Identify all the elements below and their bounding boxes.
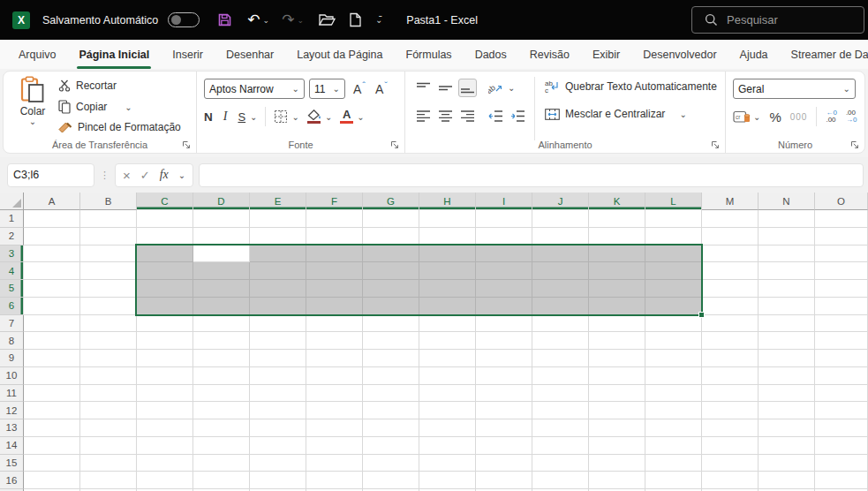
borders-button[interactable] xyxy=(274,110,288,124)
cell-B12[interactable] xyxy=(80,402,137,419)
autosave-toggle[interactable] xyxy=(168,12,200,27)
cell-N6[interactable] xyxy=(759,298,815,315)
wrap-text-button[interactable]: ab c Quebrar Texto Automaticamente xyxy=(545,79,717,93)
cell-E13[interactable] xyxy=(250,419,306,437)
fill-handle[interactable] xyxy=(698,312,705,318)
cell-H6[interactable] xyxy=(419,298,476,315)
cell-O4[interactable] xyxy=(815,262,868,280)
fill-color-chevron-icon[interactable]: ⌄ xyxy=(325,112,332,122)
cell-H7[interactable] xyxy=(419,315,476,333)
row-header-10[interactable]: 10 xyxy=(0,367,24,385)
cell-I1[interactable] xyxy=(476,210,532,228)
cell-G8[interactable] xyxy=(363,332,419,350)
cell-E4[interactable] xyxy=(250,262,306,280)
cell-B11[interactable] xyxy=(80,385,137,403)
column-header-L[interactable]: L xyxy=(645,193,702,210)
align-right-button[interactable] xyxy=(458,107,477,125)
cell-G14[interactable] xyxy=(363,437,419,455)
cell-C9[interactable] xyxy=(137,350,193,367)
cell-C11[interactable] xyxy=(137,385,193,403)
cell-L15[interactable] xyxy=(645,455,702,472)
cell-K1[interactable] xyxy=(589,210,645,228)
cell-K16[interactable] xyxy=(589,472,645,489)
cell-C12[interactable] xyxy=(137,402,193,419)
cell-J5[interactable] xyxy=(532,280,589,298)
clipboard-dialog-launcher[interactable] xyxy=(182,140,191,149)
paste-chevron-icon[interactable]: ⌄ xyxy=(29,117,36,126)
cell-H9[interactable] xyxy=(419,350,476,367)
cell-K8[interactable] xyxy=(589,332,645,350)
cell-H13[interactable] xyxy=(419,419,476,437)
cell-D10[interactable] xyxy=(193,367,250,385)
cell-I16[interactable] xyxy=(476,472,532,489)
cell-H1[interactable] xyxy=(419,210,476,228)
decrease-font-size-button[interactable]: Aˇ xyxy=(375,82,388,96)
column-header-A[interactable]: A xyxy=(24,193,80,210)
comma-style-button[interactable]: 000 xyxy=(790,112,808,122)
cell-B9[interactable] xyxy=(80,350,137,367)
cell-C13[interactable] xyxy=(137,419,193,437)
cell-F6[interactable] xyxy=(306,298,363,315)
row-header-4[interactable]: 4 xyxy=(0,262,24,280)
cell-M8[interactable] xyxy=(702,332,759,350)
cell-D4[interactable] xyxy=(193,262,250,280)
column-header-F[interactable]: F xyxy=(306,193,363,210)
cell-D1[interactable] xyxy=(193,210,250,228)
tab-exibir[interactable]: Exibir xyxy=(581,40,631,69)
cell-M1[interactable] xyxy=(702,210,759,228)
cell-D7[interactable] xyxy=(193,315,250,333)
font-color-chevron-icon[interactable]: ⌄ xyxy=(357,112,364,122)
cell-C16[interactable] xyxy=(137,472,193,489)
cell-E1[interactable] xyxy=(250,210,306,228)
cell-I8[interactable] xyxy=(476,332,532,350)
cell-K4[interactable] xyxy=(589,262,645,280)
cell-O2[interactable] xyxy=(815,228,868,246)
save-button[interactable] xyxy=(217,12,232,27)
cell-A3[interactable] xyxy=(24,246,80,263)
align-left-button[interactable] xyxy=(414,107,433,125)
cell-L8[interactable] xyxy=(645,332,702,350)
cell-M3[interactable] xyxy=(702,246,759,263)
cell-M9[interactable] xyxy=(702,350,759,367)
cell-M5[interactable] xyxy=(702,280,759,298)
cell-O1[interactable] xyxy=(815,210,868,228)
cell-K14[interactable] xyxy=(589,437,645,455)
row-header-11[interactable]: 11 xyxy=(0,385,24,403)
cell-M15[interactable] xyxy=(702,455,759,472)
cell-G9[interactable] xyxy=(363,350,419,367)
search-box[interactable]: Pesquisar xyxy=(691,6,864,34)
cell-N10[interactable] xyxy=(759,367,815,385)
cell-H10[interactable] xyxy=(419,367,476,385)
cell-G11[interactable] xyxy=(363,385,419,403)
cell-D5[interactable] xyxy=(193,280,250,298)
cell-K2[interactable] xyxy=(589,228,645,246)
cell-N9[interactable] xyxy=(759,350,815,367)
cell-O14[interactable] xyxy=(815,437,868,455)
cell-B2[interactable] xyxy=(80,228,137,246)
column-header-G[interactable]: G xyxy=(363,193,419,210)
cell-N15[interactable] xyxy=(759,455,815,472)
cell-N1[interactable] xyxy=(759,210,815,228)
cell-O7[interactable] xyxy=(815,315,868,333)
accounting-chevron-icon[interactable]: ⌄ xyxy=(753,112,760,122)
cell-D8[interactable] xyxy=(193,332,250,350)
cell-M7[interactable] xyxy=(702,315,759,333)
cell-N16[interactable] xyxy=(759,472,815,489)
row-header-14[interactable]: 14 xyxy=(0,437,24,455)
cell-G3[interactable] xyxy=(363,246,419,263)
row-header-15[interactable]: 15 xyxy=(0,455,24,472)
cell-J10[interactable] xyxy=(532,367,589,385)
cell-J16[interactable] xyxy=(532,472,589,489)
cell-I15[interactable] xyxy=(476,455,532,472)
name-box-resize-handle[interactable]: ⋮ xyxy=(100,170,109,181)
cell-B10[interactable] xyxy=(80,367,137,385)
cell-M14[interactable] xyxy=(702,437,759,455)
cell-I14[interactable] xyxy=(476,437,532,455)
cell-K10[interactable] xyxy=(589,367,645,385)
cell-F4[interactable] xyxy=(306,262,363,280)
cell-G4[interactable] xyxy=(363,262,419,280)
cell-N3[interactable] xyxy=(759,246,815,263)
cell-L4[interactable] xyxy=(645,262,702,280)
fill-color-button[interactable] xyxy=(307,110,321,125)
cell-E16[interactable] xyxy=(250,472,306,489)
